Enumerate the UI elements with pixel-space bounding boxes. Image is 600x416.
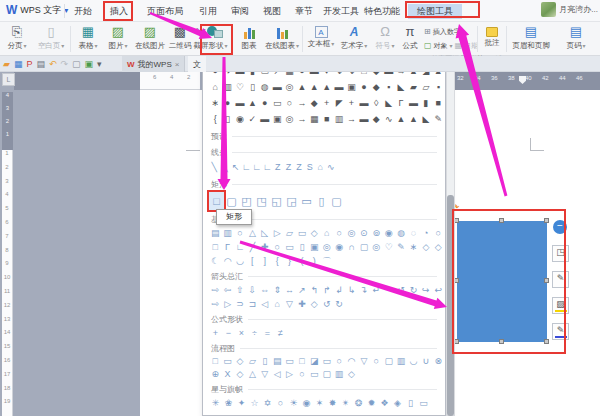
line-shape-icon[interactable]: Z (283, 161, 294, 174)
line-shape-icon[interactable]: ╲ (220, 161, 231, 174)
flowchart-shape-icon[interactable]: □ (296, 355, 308, 368)
arrow-shape-icon[interactable]: ↰ (308, 284, 320, 297)
shape-icon[interactable]: ▲ (407, 112, 419, 126)
shape-icon[interactable]: → (345, 112, 357, 126)
basic-shape-icon[interactable]: ○ (432, 227, 444, 240)
chart-button[interactable]: 图表 (236, 24, 262, 55)
close-tab-icon[interactable]: × (175, 60, 180, 69)
tab-section[interactable]: 章节 (290, 4, 318, 19)
arrow-shape-icon[interactable]: ↳ (345, 284, 357, 297)
flowchart-shape-icon[interactable]: ▱ (246, 355, 258, 368)
line-shape-icon[interactable]: ╲ (209, 161, 220, 174)
line-shape-icon[interactable]: ∟ (262, 161, 273, 174)
shape-icon[interactable]: → (296, 96, 308, 110)
symbol-button[interactable]: Ω 符号▾ (372, 24, 398, 55)
arrow-shape-icon[interactable]: ⇨ (209, 284, 221, 297)
table-button[interactable]: ▦ 表格▾ (74, 24, 102, 55)
basic-shape-icon[interactable]: ∩ (345, 241, 357, 254)
textbox-button[interactable]: A 文本框▾ (305, 24, 337, 55)
shape-icon[interactable]: ∿ (382, 112, 394, 126)
shape-icon[interactable]: ▲ (321, 80, 333, 94)
picture-button[interactable]: ▨ 图片▾ (104, 24, 132, 55)
arrow-shape-icon[interactable]: ↩ (432, 284, 444, 297)
star-shape-icon[interactable]: ✹ (365, 397, 378, 410)
shape-icon[interactable]: ▪ (382, 80, 394, 94)
basic-shape-icon[interactable]: ◺ (259, 227, 271, 240)
flowchart-shape-icon[interactable]: ◠ (345, 355, 357, 368)
basic-shape-icon[interactable]: ◇ (420, 241, 432, 254)
shape-icon[interactable]: { (209, 112, 221, 126)
shape-icon[interactable]: ▬ (407, 96, 419, 110)
blank-page-button[interactable]: ▯ 空白页▾ (34, 24, 68, 55)
basic-shape-icon[interactable]: ☾ (209, 255, 221, 268)
shape-icon[interactable]: ◆ (308, 96, 320, 110)
tab-page-layout[interactable]: 页面布局 (142, 4, 188, 19)
arrow-shape-icon[interactable]: ↪ (420, 284, 432, 297)
shape-icon[interactable]: ▮ (420, 96, 432, 110)
line-shape-icon[interactable]: ∟ (251, 161, 262, 174)
arrow-shape-icon[interactable]: ⊃ (234, 298, 246, 311)
flowchart-shape-icon[interactable]: ∪ (420, 355, 432, 368)
arrow-shape-icon[interactable]: ⇦ (221, 284, 233, 297)
shape-icon[interactable]: ▱ (420, 80, 432, 94)
basic-shape-icon[interactable]: ∟ (234, 241, 246, 254)
formula-shape-icon[interactable]: ÷ (248, 327, 261, 340)
star-shape-icon[interactable]: ☆ (248, 397, 261, 410)
formula-shape-icon[interactable]: − (222, 327, 235, 340)
shape-icon[interactable]: ♡ (234, 80, 246, 94)
basic-shape-icon[interactable]: ▢ (358, 241, 370, 254)
basic-shape-icon[interactable]: ⌂ (321, 227, 333, 240)
shape-icon[interactable]: ◊ (370, 96, 382, 110)
flowchart-shape-icon[interactable]: ▭ (283, 355, 295, 368)
shape-icon[interactable]: ▥ (333, 112, 345, 126)
basic-shape-icon[interactable]: ◇ (432, 241, 444, 254)
arrow-shape-icon[interactable]: ↴ (358, 284, 370, 297)
app-logo[interactable]: W WPS 文字 ▾ (6, 3, 68, 17)
rectangle-shape-icon[interactable]: □ (209, 192, 224, 210)
flowchart-shape-icon[interactable]: ⊗ (432, 355, 444, 368)
flowchart-shape-icon[interactable]: ▭ (221, 355, 233, 368)
arrow-shape-icon[interactable]: ↺ (395, 284, 407, 297)
shape-icon[interactable]: ◍ (259, 80, 271, 94)
arrow-shape-icon[interactable]: ↺ (321, 298, 333, 311)
basic-shape-icon[interactable]: ] (259, 255, 271, 268)
basic-shape-icon[interactable]: △ (246, 227, 258, 240)
star-shape-icon[interactable]: ☀ (287, 397, 300, 410)
preview-icon[interactable]: ▣ (85, 57, 94, 71)
arrow-shape-icon[interactable]: ⇧ (234, 284, 246, 297)
shape-icon[interactable]: ▰ (407, 80, 419, 94)
formula-shape-icon[interactable]: + (209, 327, 222, 340)
line-shape-icon[interactable]: ∿ (326, 161, 337, 174)
shape-icon[interactable]: ▬ (333, 80, 345, 94)
basic-shape-icon[interactable]: ◉ (333, 241, 345, 254)
shape-icon[interactable]: ▥ (221, 80, 233, 94)
shape-icon[interactable]: ◎ (283, 112, 295, 126)
basic-shape-icon[interactable]: ◍ (395, 227, 407, 240)
basic-shape-icon[interactable]: ╱ (246, 241, 258, 254)
rectangle-shape-icon[interactable]: ▭ (299, 192, 314, 210)
ruler-indent-marker[interactable] (519, 76, 526, 84)
basic-shape-icon[interactable]: ○ (333, 227, 345, 240)
basic-shape-icon[interactable]: ⌒ (321, 255, 333, 268)
page-number-button[interactable]: ▤ 页码▾ (556, 24, 596, 55)
basic-shape-icon[interactable]: ) (308, 255, 320, 268)
basic-shape-icon[interactable]: ▷ (271, 227, 283, 240)
shape-icon[interactable]: ▬ (358, 96, 370, 110)
star-shape-icon[interactable]: ❂ (352, 397, 365, 410)
rectangle-shape-icon[interactable]: ◰ (239, 192, 254, 210)
tab-view[interactable]: 视图 (258, 4, 286, 19)
flowchart-shape-icon[interactable]: X (221, 368, 233, 381)
rectangle-shape-icon[interactable]: ◲ (284, 192, 299, 210)
basic-shape-icon[interactable]: ▱ (283, 227, 295, 240)
arrow-shape-icon[interactable]: ↔ (283, 284, 295, 297)
comment-button[interactable]: 批注 (480, 24, 504, 55)
basic-shape-icon[interactable]: ▯ (296, 241, 308, 254)
online-picture-button[interactable]: ▨ 在线图片 (133, 24, 167, 55)
shape-icon[interactable]: ∗ (209, 96, 221, 110)
basic-shape-icon[interactable]: ✚ (259, 241, 271, 254)
shape-icon[interactable]: ■ (432, 96, 444, 110)
shape-icon[interactable]: ◉ (234, 112, 246, 126)
new-doc-icon[interactable]: ▢ (72, 57, 81, 71)
arrow-shape-icon[interactable]: ↻ (333, 298, 345, 311)
basic-shape-icon[interactable]: ◎ (345, 227, 357, 240)
